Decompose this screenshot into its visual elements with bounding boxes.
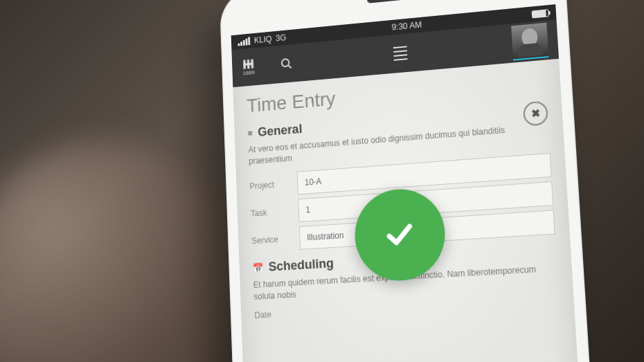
phone-frame: KLIQ 3G 9:30 AM 1889 xyxy=(220,0,595,362)
project-label: Project xyxy=(249,178,297,191)
signal-icon xyxy=(238,37,250,46)
page-content: Time Entry ✖ ≡ General At vero eos et ac… xyxy=(233,58,580,362)
screen: KLIQ 3G 9:30 AM 1889 xyxy=(231,4,580,362)
menu-icon[interactable] xyxy=(393,46,408,61)
check-icon xyxy=(380,215,420,255)
calendar-icon: 📅 xyxy=(253,262,264,273)
list-icon: ≡ xyxy=(247,127,253,138)
date-label: Date xyxy=(254,307,303,320)
service-label: Service xyxy=(251,233,300,245)
clock-label: 9:30 AM xyxy=(391,19,422,32)
task-label: Task xyxy=(251,206,298,218)
battery-icon xyxy=(532,8,549,17)
avatar[interactable] xyxy=(511,22,548,60)
general-title: General xyxy=(258,122,303,140)
svg-line-5 xyxy=(289,65,292,68)
scheduling-title: Scheduling xyxy=(268,255,334,274)
app-logo[interactable]: 1889 xyxy=(241,57,256,76)
close-icon: ✖ xyxy=(530,107,541,120)
network-label: 3G xyxy=(276,33,287,43)
carrier-label: KLIQ xyxy=(254,34,272,45)
svg-point-4 xyxy=(282,58,289,66)
search-icon[interactable] xyxy=(280,57,293,70)
logo-subtext: 1889 xyxy=(243,69,255,76)
